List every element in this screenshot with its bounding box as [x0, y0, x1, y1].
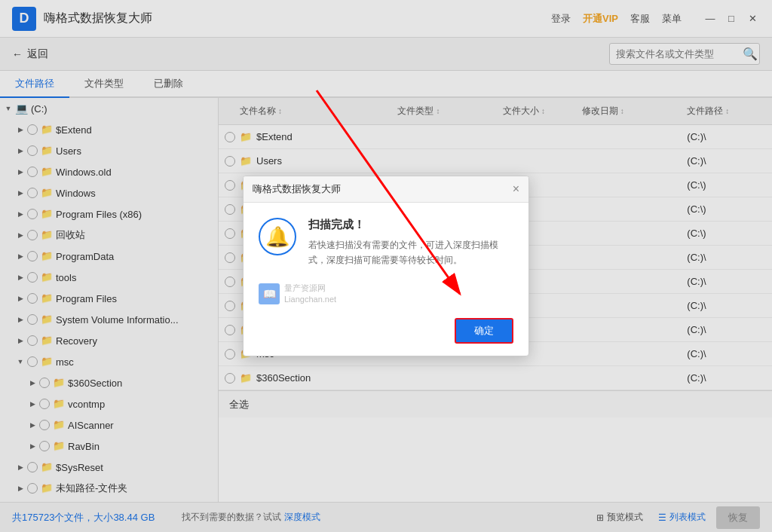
dialog-confirm-button[interactable]: 确定 [455, 318, 513, 344]
dialog-body: 🔔 扫描完成！ 若快速扫描没有需要的文件，可进入深度扫描模式，深度扫描可能需要等… [244, 203, 528, 279]
dialog-content: 扫描完成！ 若快速扫描没有需要的文件，可进入深度扫描模式，深度扫描可能需要等待较… [308, 218, 513, 267]
dialog-title: 嗨格式数据恢复大师 [253, 182, 341, 196]
dialog-footer: 确定 [244, 312, 528, 356]
dialog-heading: 扫描完成！ [308, 218, 513, 232]
dialog-title-bar: 嗨格式数据恢复大师 × [244, 176, 528, 203]
scan-complete-dialog: 嗨格式数据恢复大师 × 🔔 扫描完成！ 若快速扫描没有需要的文件，可进入深度扫描… [243, 176, 529, 356]
dialog-overlay: 嗨格式数据恢复大师 × 🔔 扫描完成！ 若快速扫描没有需要的文件，可进入深度扫描… [0, 0, 772, 532]
dialog-watermark: 📖 量产资源网 Liangchan.net [244, 280, 528, 312]
dialog-message: 若快速扫描没有需要的文件，可进入深度扫描模式，深度扫描可能需要等待较长时间。 [308, 238, 513, 267]
watermark-icon: 📖 [259, 283, 280, 304]
watermark-text: 量产资源网 Liangchan.net [284, 283, 336, 306]
dialog-bell-icon: 🔔 [259, 218, 296, 255]
dialog-close-button[interactable]: × [513, 183, 519, 195]
